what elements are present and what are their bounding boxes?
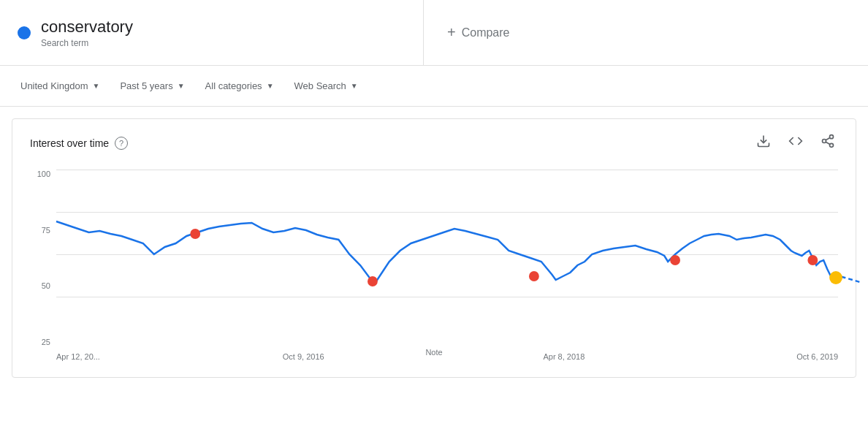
help-symbol: ? [119,139,123,148]
compare-button[interactable]: + Compare [424,0,533,65]
x-label-2016: Oct 9, 2016 [283,352,324,361]
svg-point-2 [823,140,826,143]
embed-icon[interactable] [785,131,806,155]
note-label: Note [425,348,442,357]
orange-dot [829,271,842,284]
red-dot-4 [670,255,680,265]
filter-search-type[interactable]: Web Search ▼ [286,75,367,97]
download-icon[interactable] [753,131,774,155]
top-bar: conservatory Search term + Compare [0,0,868,66]
filter-region-label: United Kingdom [20,80,88,91]
filter-categories[interactable]: All categories ▼ [197,75,283,97]
filter-region[interactable]: United Kingdom ▼ [12,75,108,97]
red-dot-1 [190,229,200,239]
chart-header: Interest over time ? [12,131,856,161]
help-icon[interactable]: ? [115,137,128,150]
x-label-start: Apr 12, 20... [56,352,100,361]
compare-label: Compare [462,26,510,39]
chart-inner: .trend-path { fill: none; stroke: #1a73e… [56,167,838,342]
y-label-100: 100 [30,170,50,178]
chart-area: 100 75 50 25 .trend-path { fill: none; s… [12,167,856,371]
red-dot-2 [368,276,378,286]
compare-plus-icon: + [447,24,456,41]
filters-bar: United Kingdom ▼ Past 5 years ▼ All cate… [0,66,868,107]
share-icon[interactable] [818,131,838,155]
x-label-2019: Oct 6, 2019 [796,352,838,361]
filter-search-type-label: Web Search [294,80,346,91]
chart-title-area: Interest over time ? [30,137,128,150]
trend-line-svg: .trend-path { fill: none; stroke: #1a73e… [56,167,838,342]
y-label-50: 50 [30,281,50,290]
red-dot-5 [807,255,818,265]
chart-actions [753,131,838,155]
search-term-text: conservatory Search term [41,18,133,48]
svg-line-5 [826,137,830,140]
y-label-75: 75 [30,226,50,235]
search-term-value: conservatory [41,18,133,37]
svg-point-3 [830,143,834,147]
chevron-down-icon: ▼ [351,82,358,90]
y-axis-labels: 100 75 50 25 [30,167,50,349]
x-axis-labels: Apr 12, 20... Oct 9, 2016 Apr 8, 2018 Oc… [56,342,838,371]
x-label-2018: Apr 8, 2018 [543,352,585,361]
search-term-section: conservatory Search term [0,0,424,65]
chevron-down-icon: ▼ [93,82,100,90]
svg-point-1 [830,135,834,139]
chart-title: Interest over time [30,137,109,149]
chart-section: Interest over time ? 100 75 50 25 [12,118,856,378]
filter-time-label: Past 5 years [120,80,172,91]
filter-categories-label: All categories [205,80,262,91]
search-term-type: Search term [41,38,133,48]
y-label-25: 25 [30,338,50,346]
svg-line-4 [826,142,830,144]
red-dot-3 [529,271,539,281]
chevron-down-icon: ▼ [178,82,185,90]
filter-time[interactable]: Past 5 years ▼ [111,75,193,97]
series-color-dot [18,26,31,39]
chevron-down-icon: ▼ [267,82,274,90]
